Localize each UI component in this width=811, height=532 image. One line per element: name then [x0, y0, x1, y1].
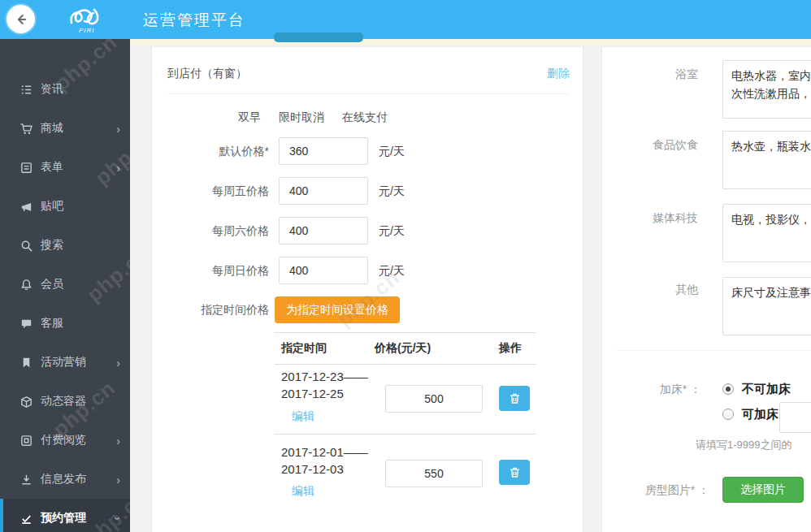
- bathroom-label: 浴室: [602, 66, 698, 82]
- food-textarea[interactable]: 热水壶，瓶装水: [722, 131, 811, 189]
- sidebar-item-label: 信息发布: [41, 472, 86, 487]
- bathroom-textarea[interactable]: 电热水器，室内 次性洗漱用品，: [722, 60, 811, 119]
- select-image-button[interactable]: 选择图片: [722, 477, 804, 503]
- saturday-price-label: 每周六价格: [152, 217, 269, 244]
- bookmark-icon: [20, 356, 33, 370]
- date-range-start: 2017-12-23——: [281, 370, 368, 383]
- row-price-input[interactable]: [385, 385, 483, 413]
- publish-icon: [20, 473, 33, 487]
- app-screen: PIRI 运营管理平台 资讯 商城 › 表单 › 贴吧 搜索 会员: [0, 0, 811, 532]
- edit-link[interactable]: 编辑: [292, 409, 314, 424]
- scrolled-notice-strip: [130, 39, 811, 45]
- friday-price-input[interactable]: [279, 177, 368, 205]
- row-price-input[interactable]: [385, 460, 483, 487]
- room-tags: 双早 限时取消 在线支付: [238, 110, 388, 125]
- sidebar-nav: 资讯 商城 › 表单 › 贴吧 搜索 会员 客服 活动: [0, 39, 130, 532]
- sidebar-item-members[interactable]: 会员: [0, 265, 130, 304]
- chevron-right-icon: ›: [116, 473, 120, 487]
- table-row-border: [275, 434, 536, 435]
- saturday-price-input[interactable]: [279, 217, 368, 244]
- form-icon: [20, 161, 33, 175]
- section-divider: [617, 350, 811, 351]
- room-price-card: 到店付（有窗） 删除 双早 限时取消 在线支付 默认价格* 元/天 每周五价格 …: [151, 46, 583, 532]
- specified-time-price-label: 指定时间价格: [152, 296, 269, 323]
- search-icon: [20, 239, 33, 253]
- table-top-border: [275, 332, 536, 333]
- radio-extra-bed-allowed[interactable]: [722, 409, 734, 420]
- extra-bed-hint: 请填写1-9999之间的: [696, 438, 791, 452]
- sidebar-item-search[interactable]: 搜索: [0, 226, 130, 265]
- default-price-label: 默认价格*: [152, 137, 269, 165]
- sidebar-item-mall[interactable]: 商城 ›: [0, 109, 130, 148]
- sidebar-item-label: 贴吧: [41, 199, 63, 214]
- sidebar-item-info-publish[interactable]: 信息发布 ›: [0, 460, 130, 499]
- megaphone-icon: [20, 200, 33, 214]
- radio-no-extra-bed-label[interactable]: 不可加床: [742, 381, 791, 397]
- radio-no-extra-bed[interactable]: [722, 383, 734, 395]
- tag-double-breakfast: 双早: [238, 110, 261, 125]
- sidebar-item-label: 活动营销: [41, 355, 86, 370]
- top-header-bar: PIRI 运营管理平台: [0, 0, 811, 39]
- table-header-actions: 操作: [499, 341, 522, 356]
- scrolled-button-sliver: [274, 32, 363, 42]
- sidebar-item-label: 商城: [41, 121, 63, 136]
- sidebar-item-label: 搜索: [41, 238, 63, 253]
- cart-icon: [20, 122, 33, 136]
- room-image-label: 房型图片* ：: [602, 482, 709, 498]
- delete-link[interactable]: 删除: [547, 67, 570, 81]
- other-textarea[interactable]: 床尺寸及注意事: [722, 277, 811, 335]
- box-icon: [20, 395, 33, 409]
- back-button[interactable]: [7, 5, 35, 33]
- unit-label: 元/天: [379, 257, 405, 284]
- sidebar-item-label: 付费阅览: [41, 433, 86, 448]
- panel-title: 到店付（有窗）: [167, 67, 247, 81]
- extra-bed-count-input[interactable]: [779, 402, 811, 433]
- trash-icon: [508, 465, 522, 479]
- sidebar-item-dynamic-container[interactable]: 动态容器: [0, 382, 130, 421]
- sidebar-item-marketing[interactable]: 活动营销 ›: [0, 343, 130, 382]
- room-facilities-card: 浴室 电热水器，室内 次性洗漱用品， 食品饮食 热水壶，瓶装水 媒体科技 电视，…: [601, 46, 811, 532]
- sidebar-item-news[interactable]: 资讯: [0, 70, 130, 109]
- date-range-end: 2017-12-03: [281, 462, 344, 476]
- sidebar-item-label: 表单: [41, 160, 63, 175]
- check-icon: [20, 512, 33, 526]
- date-range-start: 2017-12-01——: [281, 445, 368, 459]
- set-specified-price-button[interactable]: 为指定时间设置价格: [275, 296, 400, 323]
- square-in-square-icon: [20, 434, 33, 448]
- title-divider: [167, 93, 569, 94]
- chevron-right-icon: ›: [116, 122, 120, 136]
- sidebar-item-forms[interactable]: 表单 ›: [0, 148, 130, 187]
- friday-price-label: 每周五价格: [152, 177, 269, 205]
- delete-row-button[interactable]: [499, 386, 530, 411]
- other-label: 其他: [602, 281, 698, 297]
- media-tech-textarea[interactable]: 电视，投影仪，: [722, 204, 811, 262]
- sidebar-item-paid-reading[interactable]: 付费阅览 ›: [0, 421, 130, 460]
- table-header-time: 指定时间: [281, 341, 327, 356]
- logo-subtext: PIRI: [79, 27, 95, 34]
- extra-bed-label: 加床* ：: [602, 381, 701, 397]
- tag-online-payment: 在线支付: [342, 110, 388, 125]
- sidebar-item-label: 资讯: [41, 82, 63, 97]
- date-range-end: 2017-12-25: [281, 387, 344, 400]
- bell-icon: [20, 278, 33, 292]
- list-icon: [20, 83, 33, 97]
- default-price-input[interactable]: [279, 137, 368, 165]
- sidebar-item-label: 会员: [41, 277, 63, 292]
- sidebar-item-support[interactable]: 客服: [0, 304, 130, 343]
- chevron-right-icon: ›: [116, 434, 120, 448]
- sunday-price-input[interactable]: [279, 257, 368, 284]
- table-header-price: 价格(元/天): [375, 341, 431, 356]
- table-header-border: [275, 364, 536, 365]
- radio-extra-bed-allowed-label[interactable]: 可加床,: [742, 406, 782, 422]
- sidebar-item-booking-management[interactable]: 预约管理 ›: [0, 499, 130, 532]
- chat-icon: [20, 317, 33, 331]
- app-title: 运营管理平台: [143, 10, 245, 31]
- trash-icon: [508, 391, 522, 405]
- chevron-right-icon: ›: [116, 356, 120, 370]
- sidebar-item-label: 预约管理: [41, 511, 86, 526]
- unit-label: 元/天: [379, 217, 405, 244]
- media-tech-label: 媒体科技: [602, 210, 698, 226]
- sidebar-item-tieba[interactable]: 贴吧: [0, 187, 130, 226]
- delete-row-button[interactable]: [499, 460, 530, 485]
- edit-link[interactable]: 编辑: [292, 484, 314, 499]
